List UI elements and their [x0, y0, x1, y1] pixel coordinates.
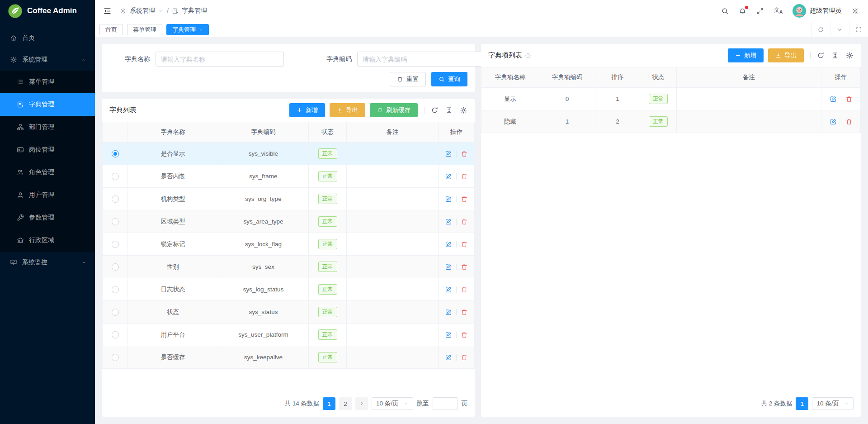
column-settings-gear-icon[interactable]	[846, 52, 854, 59]
row-height-icon[interactable]	[831, 52, 839, 59]
delete-icon[interactable]	[461, 173, 468, 180]
dict-table-row[interactable]: 机构类型 sys_org_type 正常	[103, 188, 475, 210]
dict-code-input[interactable]	[357, 52, 486, 67]
sidebar-item-post-mgmt[interactable]: 岗位管理	[0, 138, 95, 161]
search-icon[interactable]	[721, 7, 729, 15]
row-select-radio[interactable]	[112, 195, 119, 203]
sidebar-item-admin-region[interactable]: 行政区域	[0, 229, 95, 252]
edit-icon[interactable]	[445, 150, 452, 157]
dict-table-row[interactable]: 是否内嵌 sys_frame 正常	[103, 165, 475, 188]
sidebar-item-label: 首页	[22, 34, 35, 42]
row-select-radio[interactable]	[112, 218, 119, 225]
row-height-icon[interactable]	[445, 106, 453, 114]
edit-icon[interactable]	[830, 95, 837, 103]
dict-code-cell: sys_keepalive	[218, 346, 309, 369]
export-dict-button[interactable]: 导出	[330, 103, 365, 117]
delete-icon[interactable]	[461, 354, 468, 361]
sidebar-item-role-mgmt[interactable]: 角色管理	[0, 161, 95, 184]
sidebar-item-home[interactable]: 首页	[0, 27, 95, 49]
delete-icon[interactable]	[845, 95, 853, 103]
item-table-row[interactable]: 隐藏 1 2 正常	[481, 110, 861, 133]
remark-cell	[347, 256, 439, 278]
row-select-radio[interactable]	[112, 263, 119, 271]
row-select-radio[interactable]	[112, 241, 119, 248]
table-refresh-icon[interactable]	[431, 106, 439, 114]
user-menu[interactable]: 超级管理员	[793, 4, 841, 18]
export-item-button[interactable]: 导出	[768, 48, 804, 62]
sidebar-item-dict-mgmt[interactable]: 字典管理	[0, 93, 95, 116]
edit-icon[interactable]	[445, 173, 452, 180]
dict-table-row[interactable]: 状态 sys_status 正常	[103, 301, 475, 324]
next-page-button[interactable]	[355, 397, 368, 410]
table-refresh-icon[interactable]	[817, 52, 825, 59]
sidebar-item-menu-mgmt[interactable]: 菜单管理	[0, 71, 95, 93]
dict-table-row[interactable]: 是否缓存 sys_keepalive 正常	[103, 346, 475, 369]
delete-icon[interactable]	[461, 286, 468, 293]
page-size-select[interactable]: 10 条/页	[372, 397, 413, 410]
dict-table-row[interactable]: 是否显示 sys_visible 正常	[103, 143, 475, 165]
tab-maximize-icon[interactable]	[849, 22, 868, 37]
item-table-row[interactable]: 显示 0 1 正常	[481, 88, 861, 110]
row-select-radio[interactable]	[112, 286, 119, 293]
row-select-radio[interactable]	[112, 150, 119, 157]
reset-button[interactable]: 重置	[390, 72, 426, 86]
delete-icon[interactable]	[461, 331, 468, 338]
close-icon[interactable]	[199, 28, 203, 32]
delete-icon[interactable]	[461, 309, 468, 316]
tab-more-chevron-icon[interactable]	[830, 22, 849, 37]
dict-table-row[interactable]: 日志状态 sys_log_status 正常	[103, 278, 475, 301]
dict-table-row[interactable]: 区域类型 sys_area_type 正常	[103, 210, 475, 233]
delete-icon[interactable]	[845, 118, 853, 125]
sidebar-item-param-mgmt[interactable]: 参数管理	[0, 206, 95, 229]
edit-icon[interactable]	[445, 241, 452, 248]
edit-icon[interactable]	[445, 286, 452, 293]
breadcrumb-level1[interactable]: 系统管理	[130, 7, 155, 15]
settings-gear-icon[interactable]	[851, 7, 859, 15]
refresh-cache-button[interactable]: 刷新缓存	[370, 103, 418, 117]
edit-icon[interactable]	[445, 195, 452, 203]
dict-name-input[interactable]	[156, 52, 284, 67]
sidebar-collapse-button[interactable]	[103, 7, 112, 15]
edit-icon[interactable]	[445, 354, 452, 361]
translate-icon[interactable]: 文A	[774, 7, 783, 14]
delete-icon[interactable]	[461, 195, 468, 203]
sidebar-item-monitor[interactable]: 系统监控	[0, 252, 95, 273]
page-button-2[interactable]: 2	[339, 397, 352, 410]
delete-icon[interactable]	[461, 263, 468, 271]
edit-icon[interactable]	[830, 118, 837, 125]
edit-icon[interactable]	[445, 331, 452, 338]
page-size-select[interactable]: 10 条/页	[812, 397, 854, 410]
divider	[810, 52, 811, 59]
page-button-1[interactable]: 1	[323, 397, 335, 410]
edit-icon[interactable]	[445, 218, 452, 225]
edit-icon[interactable]	[445, 309, 452, 316]
tab-dict-mgmt[interactable]: 字典管理	[166, 24, 209, 35]
tab-refresh-icon[interactable]	[811, 22, 830, 37]
row-select-radio[interactable]	[112, 354, 119, 361]
fullscreen-icon[interactable]	[756, 7, 764, 15]
add-dict-button[interactable]: 新增	[289, 103, 325, 117]
delete-icon[interactable]	[461, 150, 468, 157]
dict-table-row[interactable]: 性别 sys_sex 正常	[103, 256, 475, 278]
delete-icon[interactable]	[461, 241, 468, 248]
jump-page-input[interactable]	[433, 397, 458, 410]
tab-home[interactable]: 首页	[99, 24, 123, 35]
edit-icon[interactable]	[445, 263, 452, 271]
status-badge: 正常	[318, 239, 337, 249]
bank-icon	[17, 237, 24, 244]
tab-menu-mgmt[interactable]: 菜单管理	[127, 24, 162, 35]
notification-bell-icon[interactable]	[739, 7, 746, 15]
row-select-radio[interactable]	[112, 331, 119, 338]
column-settings-gear-icon[interactable]	[460, 106, 467, 114]
sidebar-item-system[interactable]: 系统管理	[0, 49, 95, 71]
page-button-1[interactable]: 1	[796, 397, 808, 410]
row-select-radio[interactable]	[112, 309, 119, 316]
delete-icon[interactable]	[461, 218, 468, 225]
sidebar-item-user-mgmt[interactable]: 用户管理	[0, 184, 95, 206]
add-item-button[interactable]: 新增	[728, 48, 764, 62]
dict-table-row[interactable]: 锁定标记 sys_lock_flag 正常	[103, 233, 475, 256]
sidebar-item-dept-mgmt[interactable]: 部门管理	[0, 116, 95, 138]
row-select-radio[interactable]	[112, 173, 119, 180]
query-button[interactable]: 查询	[431, 72, 467, 86]
dict-table-row[interactable]: 用户平台 sys_user_platform 正常	[103, 324, 475, 346]
